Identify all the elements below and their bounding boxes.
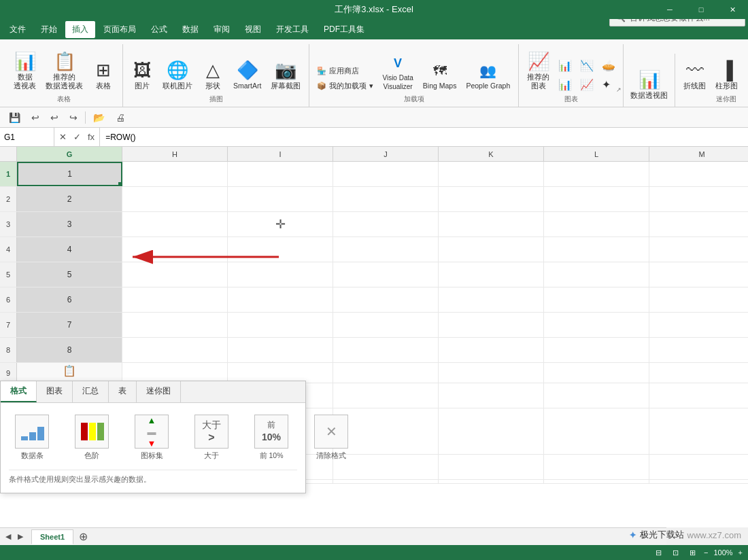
- recommend-chart-button[interactable]: 📈 推荐的图表: [523, 44, 554, 93]
- cell-m2[interactable]: [649, 187, 748, 211]
- cell-i3[interactable]: ✛: [228, 212, 333, 237]
- cell-h5[interactable]: [122, 262, 228, 287]
- redo-button[interactable]: ↪: [66, 109, 81, 126]
- icon-set-option[interactable]: ▲ ▬ ▼ 图标集: [129, 411, 175, 464]
- cell-j1[interactable]: [333, 162, 439, 186]
- cell-j4[interactable]: [333, 237, 439, 262]
- cell-g8[interactable]: 8: [17, 338, 122, 362]
- menu-developer[interactable]: 开发工具: [269, 21, 316, 38]
- cancel-formula-button[interactable]: ✕: [57, 130, 69, 143]
- pivot-table-button[interactable]: 📊 数据透视表: [10, 44, 40, 93]
- col-header-j[interactable]: J: [333, 147, 439, 161]
- cell-j6[interactable]: [333, 287, 439, 312]
- cell-i9[interactable]: [228, 363, 333, 383]
- cell-l3[interactable]: [544, 212, 649, 237]
- col-header-m[interactable]: M: [649, 147, 748, 161]
- people-graph-button[interactable]: 👥 People Graph: [462, 44, 514, 93]
- col-header-h[interactable]: H: [122, 147, 228, 161]
- menu-review[interactable]: 审阅: [207, 21, 237, 38]
- cell-g7[interactable]: 7: [17, 313, 122, 337]
- recommend-pivot-button[interactable]: 📋 推荐的数据透视表: [41, 44, 87, 93]
- open-button[interactable]: 📂: [90, 109, 108, 126]
- col-header-l[interactable]: L: [544, 147, 649, 161]
- image-button[interactable]: 🖼 图片: [127, 44, 157, 93]
- top10-option[interactable]: 前 10% 前 10%: [248, 411, 294, 464]
- cell-m5[interactable]: [649, 262, 748, 287]
- menu-data[interactable]: 数据: [175, 21, 205, 38]
- cell-g9[interactable]: 📋: [17, 363, 122, 383]
- cell-h2[interactable]: [122, 187, 228, 211]
- col-header-i[interactable]: I: [228, 147, 333, 161]
- cell-g6[interactable]: 6: [17, 287, 122, 312]
- cell-k9[interactable]: [439, 363, 544, 383]
- popup-tab-format[interactable]: 格式: [1, 381, 37, 402]
- cell-i7[interactable]: [228, 313, 333, 337]
- col-header-k[interactable]: K: [439, 147, 544, 161]
- row-header-3[interactable]: 3: [0, 212, 17, 237]
- cell-i2[interactable]: [228, 187, 333, 211]
- data-bar-option[interactable]: 数据条: [9, 411, 55, 464]
- row-header-1[interactable]: 1: [0, 162, 17, 186]
- cell-h6[interactable]: [122, 287, 228, 312]
- menu-formulas[interactable]: 公式: [144, 21, 174, 38]
- sheet-nav-left[interactable]: ◀: [3, 531, 14, 542]
- formula-input[interactable]: =ROW(): [100, 128, 748, 146]
- shape-button[interactable]: △ 形状: [198, 44, 228, 93]
- status-zoom-out[interactable]: −: [704, 548, 708, 557]
- cell-g1[interactable]: 1: [17, 162, 122, 186]
- cell-i4[interactable]: [228, 237, 333, 262]
- undo2-button[interactable]: ↩: [47, 109, 62, 126]
- cell-k6[interactable]: [439, 287, 544, 312]
- menu-view[interactable]: 视图: [238, 21, 268, 38]
- cell-m8[interactable]: [649, 338, 748, 362]
- cell-h1[interactable]: [122, 162, 228, 186]
- cell-l6[interactable]: [544, 287, 649, 312]
- row-header-9[interactable]: 9: [0, 363, 17, 383]
- cell-i6[interactable]: [228, 287, 333, 312]
- cell-m3[interactable]: [649, 212, 748, 237]
- popup-tab-table[interactable]: 表: [109, 381, 137, 402]
- sparkline-col-button[interactable]: ▐ 柱形图: [711, 44, 742, 93]
- cell-k4[interactable]: [439, 237, 544, 262]
- confirm-formula-button[interactable]: ✓: [71, 130, 83, 143]
- cell-g5[interactable]: 5: [17, 262, 122, 287]
- row-header-4[interactable]: 4: [0, 237, 17, 262]
- col-chart-button[interactable]: 📊: [555, 57, 575, 74]
- cell-l8[interactable]: [544, 338, 649, 362]
- online-image-button[interactable]: 🌐 联机图片: [158, 44, 197, 93]
- menu-home[interactable]: 开始: [34, 21, 64, 38]
- autofill-handle[interactable]: [118, 182, 122, 186]
- line-chart-button[interactable]: 📉: [577, 57, 597, 74]
- function-button[interactable]: fx: [86, 130, 97, 143]
- cell-h4[interactable]: [122, 237, 228, 262]
- cell-k8[interactable]: [439, 338, 544, 362]
- menu-pagelayout[interactable]: 页面布局: [97, 21, 143, 38]
- scatter-chart-button[interactable]: ✦: [598, 76, 614, 93]
- my-addins-button[interactable]: 📦 我的加载项 ▾: [313, 79, 377, 93]
- row-header-5[interactable]: 5: [0, 262, 17, 287]
- color-scale-option[interactable]: 色阶: [69, 411, 115, 464]
- cell-j8[interactable]: [333, 338, 439, 362]
- save-button[interactable]: 💾: [5, 109, 24, 126]
- cell-h9[interactable]: [122, 363, 228, 383]
- sparkline-win-button[interactable]: ▬ 盈亏: [743, 44, 748, 93]
- cell-j3[interactable]: [333, 212, 439, 237]
- row-header-7[interactable]: 7: [0, 313, 17, 337]
- status-view-break[interactable]: ⊞: [687, 548, 698, 557]
- table-button[interactable]: ⊞ 表格: [88, 44, 118, 93]
- cell-m1[interactable]: [649, 162, 748, 186]
- cell-j9[interactable]: [333, 363, 439, 383]
- sparkline-line-button[interactable]: 〰 折线图: [679, 44, 710, 93]
- status-view-normal[interactable]: ⊟: [653, 548, 664, 557]
- menu-pdf[interactable]: PDF工具集: [317, 21, 371, 38]
- popup-tab-sparkline[interactable]: 迷你图: [137, 381, 181, 402]
- clear-format-option[interactable]: ✕ 清除格式: [308, 411, 354, 464]
- cell-m4[interactable]: [649, 237, 748, 262]
- screenshot-button[interactable]: 📷 屏幕截图: [267, 44, 305, 93]
- row-header-2[interactable]: 2: [0, 187, 17, 211]
- cell-i8[interactable]: [228, 338, 333, 362]
- add-sheet-button[interactable]: ⊕: [75, 529, 92, 544]
- visio-data-button[interactable]: V Visio DataVisualizer: [378, 44, 417, 93]
- cell-h7[interactable]: [122, 313, 228, 337]
- cell-h8[interactable]: [122, 338, 228, 362]
